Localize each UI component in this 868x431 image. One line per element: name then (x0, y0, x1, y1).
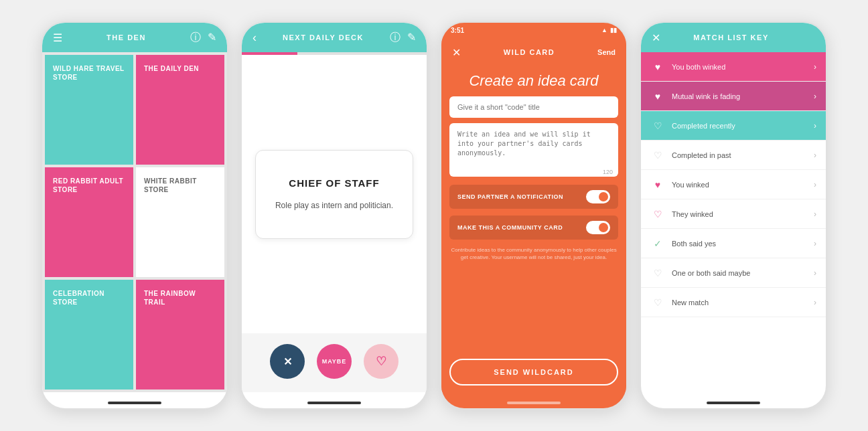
grid-item-1[interactable]: THE DAILY DEN (136, 55, 224, 165)
phone-screen-1: ☰ THE DEN ⓘ ✎ WILD HARE TRAVEL STORE THE… (41, 21, 228, 410)
card-area: CHIEF OF STAFF Role play as intern and p… (242, 55, 427, 333)
card-actions: ✕ MAYBE ♡ (242, 333, 427, 392)
hamburger-icon[interactable]: ☰ (53, 31, 62, 44)
match-label-2: Completed recently (672, 122, 814, 130)
status-icons: ▲ ▮▮ (601, 27, 617, 33)
screen4-header: ✕ MATCH LIST KEY (641, 23, 826, 52)
screen3-header: ✕ WILD CARD Send (441, 37, 626, 67)
grid-label-4: CELEBRATION STORE (53, 289, 125, 307)
info-icon[interactable]: ⓘ (190, 31, 201, 45)
card-title: CHIEF OF STAFF (269, 177, 399, 189)
chevron-2: › (814, 121, 816, 131)
textarea-wrap: 120 (449, 123, 618, 179)
grid-item-5[interactable]: THE RAINBOW TRAIL (136, 280, 224, 390)
home-bar-4 (707, 402, 760, 404)
grid-item-0[interactable]: WILD HARE TRAVEL STORE (45, 55, 133, 165)
close-icon-4[interactable]: ✕ (652, 31, 660, 44)
daily-card: CHIEF OF STAFF Role play as intern and p… (255, 150, 413, 239)
screen3-title: WILD CARD (504, 48, 555, 56)
heart-icon-5: ♡ (650, 207, 665, 222)
match-item-4[interactable]: ♥ You winked › (641, 170, 826, 199)
edit-icon[interactable]: ✎ (208, 31, 216, 45)
grid-item-3[interactable]: WHITE RABBIT STORE (136, 167, 224, 277)
heart-icon-0: ♥ (650, 60, 665, 74)
edit-icon-2[interactable]: ✎ (407, 31, 416, 45)
match-label-1: Mutual wink is fading (672, 92, 814, 100)
like-button[interactable]: ♡ (364, 344, 399, 379)
battery-icon: ▮▮ (610, 27, 617, 33)
info-icon-2[interactable]: ⓘ (390, 31, 401, 45)
idea-textarea[interactable] (449, 123, 618, 177)
code-title-input[interactable] (449, 96, 618, 118)
grid-label-5: THE RAINBOW TRAIL (144, 289, 216, 307)
chevron-6: › (814, 239, 816, 248)
phone-screen-2: ‹ NEXT DAILY DECK ⓘ ✎ CHIEF OF STAFF Rol… (240, 21, 428, 410)
reject-button[interactable]: ✕ (270, 344, 305, 379)
screens-container: ☰ THE DEN ⓘ ✎ WILD HARE TRAVEL STORE THE… (27, 8, 841, 423)
match-label-4: You winked (672, 181, 814, 189)
screen4-footer (641, 392, 826, 408)
chevron-7: › (814, 268, 816, 278)
back-icon[interactable]: ‹ (252, 31, 257, 45)
match-item-1[interactable]: ♥ Mutual wink is fading › (641, 82, 826, 111)
heart-icon-8: ♡ (650, 295, 665, 310)
wildcard-create-title: Create an idea card (449, 72, 618, 90)
match-item-3[interactable]: ♡ Completed in past › (641, 141, 826, 170)
wifi-icon: ▲ (601, 27, 607, 33)
toggle2-switch[interactable] (586, 221, 610, 234)
match-item-0[interactable]: ♥ You both winked › (641, 52, 826, 82)
status-time: 3:51 (451, 27, 464, 34)
phone-screen-3: 3:51 ▲ ▮▮ ✕ WILD CARD Send Create an ide… (440, 21, 628, 410)
grid-item-2[interactable]: RED RABBIT ADULT STORE (45, 167, 133, 277)
send-link[interactable]: Send (597, 48, 616, 56)
checkmark-icon-6: ✓ (650, 236, 665, 251)
screen1-title: THE DEN (106, 33, 146, 41)
match-label-6: Both said yes (672, 240, 814, 248)
match-label-7: One or both said maybe (672, 269, 814, 277)
chevron-0: › (814, 62, 816, 72)
grid-label-0: WILD HARE TRAVEL STORE (53, 64, 125, 82)
home-bar (108, 402, 161, 404)
match-item-8[interactable]: ♡ New match › (641, 288, 826, 317)
grid-item-4[interactable]: CELEBRATION STORE (45, 280, 133, 390)
card-subtitle: Role play as intern and politician. (269, 199, 399, 211)
status-bar: 3:51 ▲ ▮▮ (441, 23, 626, 37)
heart-icon-7: ♡ (650, 266, 665, 280)
grid-label-1: THE DAILY DEN (144, 64, 199, 73)
toggle2-label: MAKE THIS A COMMUNITY CARD (457, 224, 563, 231)
screen3-footer (441, 392, 626, 408)
match-list: ♥ You both winked › ♥ Mutual wink is fad… (641, 52, 826, 392)
chevron-3: › (814, 151, 816, 160)
send-wildcard-button[interactable]: SEND WILDCARD (449, 359, 618, 385)
maybe-button[interactable]: MAYBE (317, 344, 352, 379)
match-label-0: You both winked (672, 63, 814, 71)
screen2-title: NEXT DAILY DECK (283, 33, 364, 41)
chevron-8: › (814, 298, 816, 307)
chevron-5: › (814, 209, 816, 219)
screen2-header: ‹ NEXT DAILY DECK ⓘ ✎ (242, 23, 427, 52)
screen2-footer (242, 392, 427, 408)
screen1-footer (42, 392, 227, 408)
char-count: 120 (603, 169, 613, 175)
home-bar-3 (507, 402, 561, 404)
close-icon[interactable]: ✕ (452, 46, 461, 59)
toggle1-switch[interactable] (586, 190, 610, 203)
match-label-8: New match (672, 298, 814, 307)
chevron-1: › (814, 92, 816, 101)
grid-label-2: RED RABBIT ADULT STORE (53, 177, 125, 194)
toggle-row-1: SEND PARTNER A NOTIFICATION (449, 185, 618, 209)
match-item-6[interactable]: ✓ Both said yes › (641, 229, 826, 258)
chevron-4: › (814, 180, 816, 189)
phone-screen-4: ✕ MATCH LIST KEY ♥ You both winked › ♥ M… (640, 21, 827, 410)
wildcard-disclaimer: Contribute ideas to the community anonym… (449, 246, 618, 261)
heart-icon-1: ♥ (650, 89, 665, 104)
heart-icon-4: ♥ (650, 177, 665, 192)
heart-icon-2: ♡ (650, 118, 665, 133)
match-item-5[interactable]: ♡ They winked › (641, 199, 826, 229)
match-label-5: They winked (672, 210, 814, 218)
screen4-title: MATCH LIST KEY (693, 33, 768, 41)
match-item-2[interactable]: ♡ Completed recently › (641, 111, 826, 141)
match-item-7[interactable]: ♡ One or both said maybe › (641, 258, 826, 288)
store-grid: WILD HARE TRAVEL STORE THE DAILY DEN RED… (42, 52, 227, 392)
home-bar-2 (307, 402, 361, 404)
